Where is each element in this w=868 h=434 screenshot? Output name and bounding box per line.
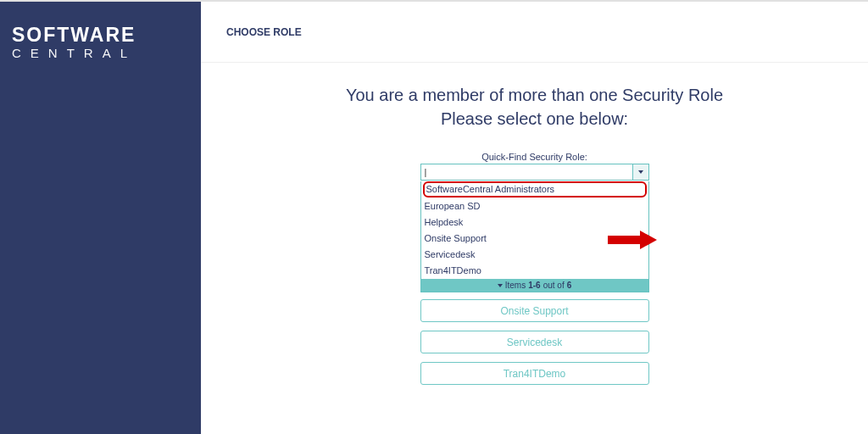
brand-logo: SOFTWARE CENTRAL bbox=[0, 19, 201, 62]
quickfind-footer-total: 6 bbox=[567, 281, 572, 290]
chevron-down-icon bbox=[638, 170, 643, 174]
quickfind-footer-mid: out of bbox=[543, 281, 565, 290]
sidebar: SOFTWARE CENTRAL bbox=[0, 2, 201, 434]
quickfind-footer: Items 1-6 out of 6 bbox=[421, 279, 648, 292]
headline-line1: You are a member of more than one Securi… bbox=[346, 86, 723, 104]
quickfind-combo: SoftwareCentral Administrators European … bbox=[420, 164, 649, 292]
page-title: CHOOSE ROLE bbox=[226, 26, 302, 38]
quickfind-dropdown-button[interactable] bbox=[632, 164, 649, 181]
chevron-down-icon bbox=[498, 284, 503, 287]
brand-line1: SOFTWARE bbox=[12, 25, 189, 45]
quickfind-option[interactable]: Servicedesk bbox=[421, 247, 648, 263]
quickfind-label: Quick-Find Security Role: bbox=[420, 152, 649, 162]
content: You are a member of more than one Securi… bbox=[201, 63, 868, 385]
headline: You are a member of more than one Securi… bbox=[201, 83, 868, 131]
headline-line2: Please select one below: bbox=[201, 107, 868, 131]
role-button[interactable]: Onsite Support bbox=[420, 299, 649, 322]
quickfind-option[interactable]: SoftwareCentral Administrators bbox=[423, 181, 647, 198]
app-root: SOFTWARE CENTRAL CHOOSE ROLE You are a m… bbox=[0, 0, 868, 434]
brand-line2: CENTRAL bbox=[12, 45, 189, 62]
main-area: CHOOSE ROLE You are a member of more tha… bbox=[201, 2, 868, 434]
quickfind-block: Quick-Find Security Role: SoftwareCentra… bbox=[420, 152, 649, 181]
quickfind-input[interactable] bbox=[420, 164, 632, 181]
quickfind-footer-prefix: Items bbox=[505, 281, 526, 290]
quickfind-combo-wrap: SoftwareCentral Administrators European … bbox=[420, 164, 649, 181]
quickfind-option[interactable]: Tran4ITDemo bbox=[421, 263, 648, 279]
role-button[interactable]: Servicedesk bbox=[420, 331, 649, 353]
quickfind-option[interactable]: Onsite Support bbox=[421, 231, 648, 247]
topbar: CHOOSE ROLE bbox=[201, 2, 868, 63]
quickfind-option[interactable]: European SD bbox=[421, 198, 648, 214]
quickfind-row bbox=[420, 164, 649, 181]
role-stack: Quick-Find Security Role: SoftwareCentra… bbox=[420, 152, 649, 385]
quickfind-option-list: SoftwareCentral Administrators European … bbox=[420, 181, 649, 292]
quickfind-option[interactable]: Helpdesk bbox=[421, 214, 648, 231]
role-button[interactable]: Tran4ITDemo bbox=[420, 362, 649, 385]
quickfind-footer-range: 1-6 bbox=[528, 281, 540, 290]
